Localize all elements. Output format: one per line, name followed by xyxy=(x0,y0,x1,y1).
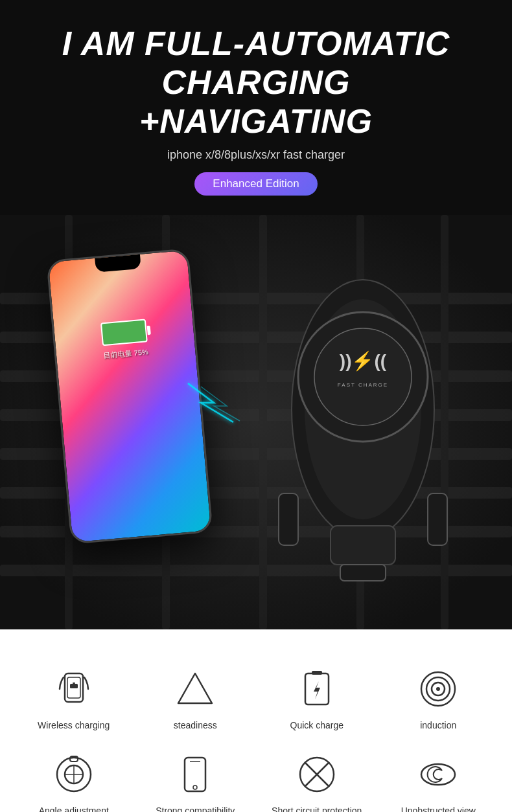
quick-charge-label: Quick charge xyxy=(290,720,343,730)
strong-compatibility-icon xyxy=(172,751,218,798)
enhanced-edition-badge: Enhanced Edition xyxy=(194,172,317,196)
features-row-1: Wireless charging steadiness Quick ch xyxy=(13,655,499,741)
induction-icon xyxy=(415,666,461,712)
hero-section: I AM FULL-AUTOMATIC CHARGING +NAVIGATING… xyxy=(0,0,512,215)
battery-text: 目前电量 75% xyxy=(103,348,149,361)
feature-induction: induction xyxy=(378,655,500,741)
unobstructed-view-icon xyxy=(415,751,461,798)
svg-text:))⚡((: ))⚡(( xyxy=(340,350,387,372)
induction-label: induction xyxy=(420,720,456,730)
hero-title: I AM FULL-AUTOMATIC CHARGING +NAVIGATING xyxy=(26,25,486,141)
steadiness-icon xyxy=(172,666,218,712)
wireless-charging-icon xyxy=(51,666,97,712)
svg-marker-27 xyxy=(178,673,212,703)
svg-rect-19 xyxy=(279,493,298,545)
svg-rect-22 xyxy=(340,565,386,581)
lightning-effect-svg xyxy=(181,377,272,429)
svg-point-16 xyxy=(314,328,412,425)
angle-adjustment-label: Angle adjustment xyxy=(39,806,109,812)
quick-charge-icon xyxy=(294,666,340,712)
svg-marker-30 xyxy=(314,681,320,699)
phone-notch xyxy=(95,254,141,273)
feature-angle-adjustment: Angle adjustment xyxy=(13,741,135,812)
features-section: Wireless charging steadiness Quick ch xyxy=(0,629,512,812)
angle-adjustment-icon xyxy=(51,751,97,798)
feature-quick-charge: Quick charge xyxy=(256,655,378,741)
svg-rect-40 xyxy=(185,758,205,791)
wireless-charging-label: Wireless charging xyxy=(38,720,110,730)
svg-rect-29 xyxy=(312,671,322,675)
feature-short-circuit-protection: Short circuit protection xyxy=(256,741,378,812)
hero-subtitle: iphone x/8/8plus/xs/xr fast charger xyxy=(26,148,486,162)
feature-wireless-charging: Wireless charging xyxy=(13,655,135,741)
unobstructed-view-label: Unobstructed view xyxy=(401,806,476,812)
charger-mount-svg: ))⚡(( FAST CHARGE xyxy=(266,247,460,584)
phone-battery-overlay: 目前电量 75% xyxy=(100,319,149,361)
feature-steadiness: steadiness xyxy=(135,655,257,741)
strong-compatibility-label: Strong compatibility xyxy=(156,806,235,812)
svg-rect-26 xyxy=(73,682,75,684)
short-circuit-icon xyxy=(294,751,340,798)
feature-unobstructed-view: Unobstructed view xyxy=(378,741,500,812)
svg-rect-21 xyxy=(331,526,395,565)
svg-text:FAST CHARGE: FAST CHARGE xyxy=(338,382,388,388)
svg-rect-25 xyxy=(70,684,78,688)
svg-point-41 xyxy=(193,785,197,789)
short-circuit-label: Short circuit protection xyxy=(272,806,362,812)
svg-point-34 xyxy=(436,687,440,691)
feature-strong-compatibility: Strong compatibility xyxy=(135,741,257,812)
svg-rect-20 xyxy=(428,493,447,545)
battery-icon xyxy=(100,319,148,346)
product-image-section: 目前电量 75% ))⚡(( FAST CHARGE xyxy=(0,215,512,629)
features-row-2: Angle adjustment Strong compatibility xyxy=(13,741,499,812)
steadiness-label: steadiness xyxy=(174,720,217,730)
